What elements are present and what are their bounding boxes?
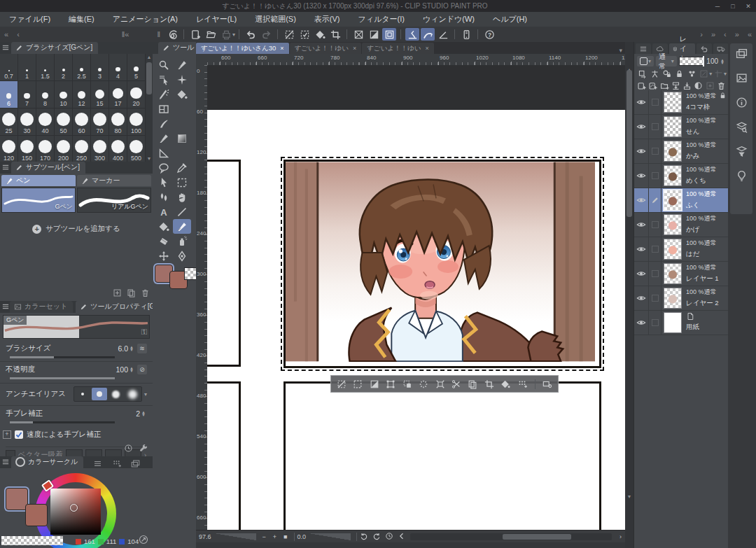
unlock-icon[interactable]: ⚿ — [141, 328, 147, 337]
brush-size-0.7[interactable]: 0.7 — [0, 54, 18, 81]
layer-check-cell[interactable] — [649, 164, 662, 188]
brush-size-70[interactable]: 70 — [91, 108, 109, 136]
close-button[interactable]: ✕ — [741, 3, 756, 10]
brush-size-scrollbar[interactable]: ▲▼ — [146, 54, 153, 162]
saturation-value-box[interactable] — [50, 489, 101, 535]
pen-nib-tool[interactable] — [155, 131, 173, 146]
brush-size-400[interactable]: 400 — [109, 136, 127, 162]
tab-list-icon[interactable]: ▾ — [616, 47, 625, 54]
layer-visibility-toggle[interactable] — [634, 262, 649, 286]
zoom-out-button[interactable]: − — [259, 533, 270, 540]
menu-編集(E)[interactable]: 編集(E) — [59, 12, 104, 27]
menu-選択範囲(S)[interactable]: 選択範囲(S) — [246, 12, 305, 27]
transform-button[interactable] — [384, 378, 397, 390]
snap-special-ruler-button[interactable] — [421, 28, 435, 41]
layer-thumbnail[interactable] — [662, 262, 684, 286]
menu-アニメーション(A)[interactable]: アニメーション(A) — [104, 12, 187, 27]
layer-row-はだ[interactable]: 100 %通常はだ — [634, 237, 729, 262]
layer-visibility-toggle[interactable] — [634, 164, 649, 188]
layer-visibility-toggle[interactable] — [634, 188, 649, 212]
zoom-in-button[interactable]: + — [270, 533, 280, 540]
merge-down-button[interactable] — [682, 80, 692, 91]
new-canvas-button[interactable] — [188, 28, 202, 41]
chevron-down-icon[interactable]: ▾ — [232, 31, 235, 38]
zoom-slider[interactable] — [214, 533, 256, 540]
selected-comic-panel[interactable] — [284, 160, 601, 368]
panel-menu-icon[interactable] — [1, 302, 10, 312]
fit-to-screen-button[interactable]: ■ — [280, 533, 290, 540]
pen-nib-tool[interactable] — [173, 219, 191, 234]
brush-size-1.5[interactable]: 1.5 — [36, 54, 55, 81]
layer-visibility-toggle[interactable] — [634, 90, 649, 114]
launcher-settings-button[interactable] — [541, 378, 554, 390]
menu-ウィンドウ(W)[interactable]: ウィンドウ(W) — [414, 12, 484, 27]
transparent-color-swatch[interactable] — [1, 536, 63, 545]
brush-size-500[interactable]: 500 — [127, 136, 146, 162]
layer-filter-button[interactable] — [736, 146, 748, 159]
brush-size-30[interactable]: 30 — [18, 108, 36, 136]
layer-thumbnail[interactable] — [662, 115, 684, 139]
brush-size-tab[interactable]: ブラシサイズ[Gペン] — [11, 42, 98, 54]
reference-button[interactable] — [650, 69, 660, 79]
brush-size-300[interactable]: 300 — [91, 136, 109, 162]
layer-check-cell[interactable] — [649, 311, 662, 335]
clip-studio-logo-button[interactable] — [165, 28, 179, 41]
new-vector-layer-button[interactable] — [648, 80, 657, 91]
color-set-tab[interactable]: カラーセット — [10, 301, 73, 313]
fill-selection-button[interactable] — [499, 378, 512, 390]
brush-size-5[interactable]: 5 — [127, 54, 146, 81]
brush-size-17[interactable]: 17 — [109, 81, 127, 108]
brush-size-12[interactable]: 12 — [73, 81, 91, 108]
brush-size-100[interactable]: 100 — [127, 108, 146, 136]
horizontal-scrollbar[interactable] — [410, 533, 612, 540]
trash-button[interactable] — [717, 80, 726, 91]
brush-size-4[interactable]: 4 — [109, 54, 127, 81]
add-subtool-button[interactable]: + サブツールを追加する — [0, 224, 153, 234]
antialias-option-3[interactable] — [125, 388, 141, 400]
operation-cursor-tool[interactable] — [155, 175, 173, 190]
magic-wand-tool[interactable] — [155, 87, 173, 101]
document-tab[interactable]: すごいよ！！ゆい× — [362, 43, 434, 54]
selection-marquee-button[interactable] — [351, 378, 364, 390]
opacity-dynamics-button[interactable]: ⊘ — [137, 365, 147, 374]
layer-thumbnail[interactable] — [662, 188, 684, 212]
menu-ヘルプ(H)[interactable]: ヘルプ(H) — [484, 12, 536, 27]
menu-ファイル(F)[interactable]: ファイル(F) — [0, 12, 59, 27]
opacity-slider[interactable] — [10, 377, 115, 379]
collapse-arrow-icon[interactable]: ‖« — [118, 30, 134, 38]
lock-button[interactable] — [674, 69, 685, 79]
brush-size-25[interactable]: 25 — [0, 108, 18, 136]
layer-check-cell[interactable] — [649, 139, 662, 163]
layer-check-cell[interactable] — [649, 262, 662, 286]
eyedropper-tool[interactable] — [173, 160, 191, 175]
brush-size-dynamics-button[interactable]: ≋ — [137, 344, 147, 353]
chev-left-button[interactable] — [398, 532, 406, 542]
thumbnail-mode-dropdown[interactable]: ▾ — [637, 56, 654, 66]
layer-row-4コマ枠[interactable]: 100 %通常4コマ枠 — [634, 90, 729, 115]
save-button[interactable] — [219, 28, 233, 41]
brush-size-170[interactable]: 170 — [36, 136, 55, 162]
blend-mode-dropdown[interactable]: 通常▾ — [656, 56, 677, 66]
tool-tab[interactable]: ツール — [158, 42, 200, 54]
clip-below-button[interactable] — [637, 69, 648, 79]
layer-thumbnail[interactable] — [662, 213, 684, 237]
magnifier-tool[interactable] — [155, 57, 173, 72]
brush-size-3[interactable]: 3 — [91, 54, 109, 81]
rotate-right-button[interactable] — [372, 532, 381, 542]
canvas-viewport[interactable]: 060120180240300360420480540600660 — [196, 65, 625, 530]
layer-visibility-toggle[interactable] — [634, 139, 649, 163]
collapse-arrow-icon[interactable]: « — [743, 30, 756, 38]
alpha-lock-button[interactable] — [662, 69, 672, 79]
layer-mask-button[interactable] — [694, 80, 703, 91]
menu-レイヤー(L)[interactable]: レイヤー(L) — [187, 12, 246, 27]
layer-row-レイヤー 1[interactable]: 100 %通常レイヤー 1 — [634, 262, 729, 286]
new-layer-button[interactable] — [637, 80, 646, 91]
guide-button[interactable] — [713, 69, 724, 79]
scroll-right-arrow[interactable]: › — [616, 533, 625, 540]
expand-selection-button[interactable] — [433, 378, 447, 390]
information-button[interactable] — [736, 97, 748, 110]
rotate-left-button[interactable] — [360, 532, 368, 542]
layer-check-cell[interactable] — [649, 286, 662, 310]
stabilization-slider[interactable] — [10, 421, 115, 423]
pen-nib-tool[interactable] — [173, 57, 191, 72]
